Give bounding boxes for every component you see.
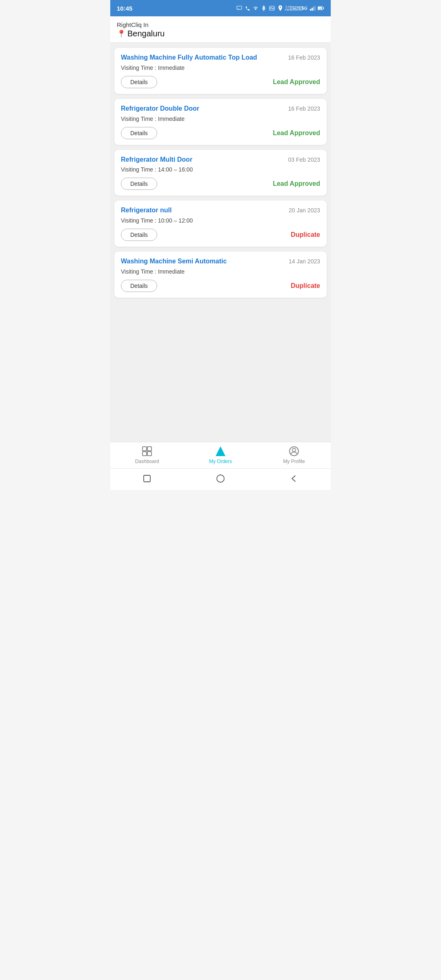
battery-icon: [318, 5, 324, 11]
product-title-3: Refrigerator Multi Door: [121, 156, 288, 164]
phone-icon: [244, 5, 251, 11]
card-date-3: 03 Feb 2023: [288, 156, 320, 163]
visiting-time-5: Visiting Time : Immediate: [121, 268, 320, 275]
nfc-icon: [269, 5, 275, 11]
card-header-2: Refrigerator Double Door 16 Feb 2023: [121, 105, 320, 113]
5g-icon: 5G: [301, 5, 308, 11]
product-title-1: Washing Machine Fully Automatic Top Load: [121, 53, 288, 62]
system-home-button[interactable]: [215, 473, 226, 484]
details-button-4[interactable]: Details: [121, 229, 157, 241]
card-header-3: Refrigerator Multi Door 03 Feb 2023: [121, 156, 320, 164]
card-header-1: Washing Machine Fully Automatic Top Load…: [121, 53, 320, 62]
order-card-3: Refrigerator Multi Door 03 Feb 2023 Visi…: [114, 150, 327, 196]
card-footer-1: Details Lead Approved: [121, 76, 320, 88]
card-header-4: Refrigerator null 20 Jan 2023: [121, 206, 320, 215]
card-date-2: 16 Feb 2023: [288, 105, 320, 112]
product-title-2: Refrigerator Double Door: [121, 105, 288, 113]
card-date-4: 20 Jan 2023: [289, 206, 320, 214]
visiting-time-2: Visiting Time : Immediate: [121, 116, 320, 122]
visiting-time-1: Visiting Time : Immediate: [121, 65, 320, 71]
card-date-5: 14 Jan 2023: [289, 257, 320, 265]
details-button-3[interactable]: Details: [121, 178, 157, 190]
details-button-2[interactable]: Details: [121, 127, 157, 139]
svg-rect-12: [147, 447, 151, 451]
svg-rect-13: [143, 452, 147, 456]
svg-rect-14: [147, 452, 151, 456]
svg-rect-7: [315, 6, 316, 11]
card-footer-3: Details Lead Approved: [121, 178, 320, 190]
details-button-1[interactable]: Details: [121, 76, 157, 88]
status-icons: 0.47KB/S VoLTE 5G: [236, 5, 324, 11]
system-back-button[interactable]: [288, 473, 300, 484]
myorders-icon: [215, 445, 226, 457]
svg-rect-10: [323, 7, 324, 9]
volte-icon: VoLTE: [293, 5, 300, 11]
status-time: 10:45: [117, 5, 132, 12]
myprofile-icon: [288, 445, 300, 457]
status-bar: 10:45: [110, 0, 331, 16]
bluetooth-icon: [261, 5, 267, 11]
status-badge-5: Duplicate: [291, 282, 320, 290]
svg-rect-5: [312, 8, 313, 11]
myorders-label: My Orders: [209, 459, 232, 464]
product-title-5: Washing Machine Semi Automatic: [121, 257, 289, 266]
nav-item-dashboard[interactable]: Dashboard: [131, 445, 163, 464]
app-name: RightCliq In: [117, 21, 324, 28]
card-footer-2: Details Lead Approved: [121, 127, 320, 139]
bottom-nav: Dashboard My Orders My Profile: [110, 442, 331, 468]
order-card-2: Refrigerator Double Door 16 Feb 2023 Vis…: [114, 99, 327, 145]
nav-item-myprofile[interactable]: My Profile: [278, 445, 310, 464]
card-footer-5: Details Duplicate: [121, 280, 320, 292]
status-badge-4: Duplicate: [291, 231, 320, 238]
svg-marker-15: [216, 446, 225, 456]
message-icon: [236, 5, 243, 11]
nav-item-myorders[interactable]: My Orders: [204, 445, 237, 464]
signal-icon: [310, 5, 316, 11]
svg-rect-18: [144, 475, 150, 482]
order-card-5: Washing Machine Semi Automatic 14 Jan 20…: [114, 252, 327, 298]
header: RightCliq In 📍 Bengaluru: [110, 16, 331, 43]
orders-list: Washing Machine Fully Automatic Top Load…: [110, 43, 331, 442]
order-card-1: Washing Machine Fully Automatic Top Load…: [114, 48, 327, 94]
dashboard-label: Dashboard: [135, 459, 159, 464]
svg-point-0: [255, 9, 256, 10]
svg-point-19: [217, 475, 224, 482]
card-footer-4: Details Duplicate: [121, 229, 320, 241]
svg-rect-11: [143, 447, 147, 451]
dashboard-icon: [141, 445, 153, 457]
svg-point-17: [292, 448, 296, 452]
status-badge-3: Lead Approved: [273, 180, 320, 187]
system-recents-button[interactable]: [141, 473, 153, 484]
order-card-4: Refrigerator null 20 Jan 2023 Visiting T…: [114, 200, 327, 247]
location-text: Bengaluru: [127, 29, 165, 38]
location-row: 📍 Bengaluru: [117, 29, 324, 38]
svg-rect-6: [313, 7, 314, 11]
myprofile-label: My Profile: [283, 459, 305, 464]
visiting-time-4: Visiting Time : 10:00 – 12:00: [121, 217, 320, 224]
details-button-5[interactable]: Details: [121, 280, 157, 292]
system-nav: [110, 468, 331, 490]
location-pin-icon: 📍: [117, 29, 126, 38]
visiting-time-3: Visiting Time : 14:00 – 16:00: [121, 166, 320, 173]
svg-rect-4: [310, 9, 311, 11]
status-badge-2: Lead Approved: [273, 129, 320, 137]
card-date-1: 16 Feb 2023: [288, 53, 320, 61]
status-badge-1: Lead Approved: [273, 78, 320, 86]
location-status-icon: [277, 5, 283, 11]
hotspot-icon: [252, 5, 259, 11]
product-title-4: Refrigerator null: [121, 206, 289, 215]
svg-point-3: [280, 7, 281, 8]
card-header-5: Washing Machine Semi Automatic 14 Jan 20…: [121, 257, 320, 266]
